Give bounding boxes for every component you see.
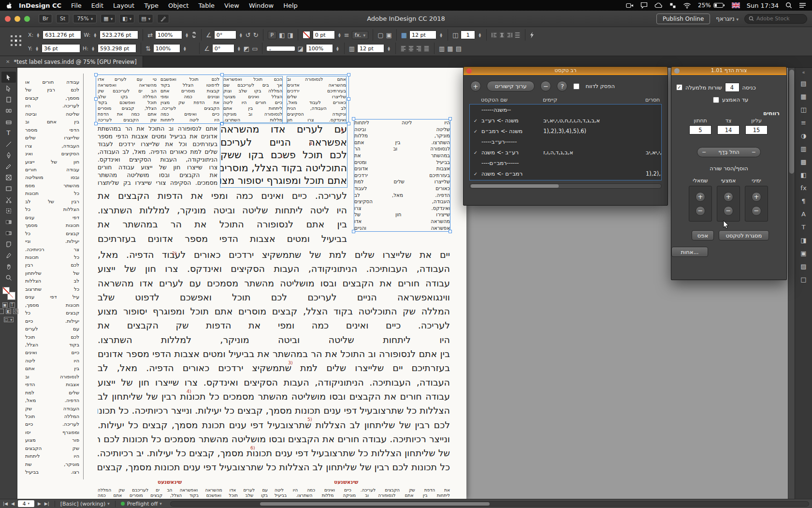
side-spacing-field[interactable]: 14 [717,125,740,134]
resize-handle[interactable] [94,73,98,76]
w-stepper[interactable] [93,30,97,39]
align-right-icon[interactable] [507,32,513,38]
free-transform-tool[interactable] [1,205,16,216]
y-stepper[interactable] [35,44,39,53]
commentary-frame[interactable]: אתם לנסופורה ובמהשראה אדוניםבעזרתיכם ירד… [287,76,346,123]
rotation-field[interactable]: 0° [212,44,234,53]
units-button[interactable]: אחות... [671,247,708,257]
table-row[interactable]: --משנה------ [470,105,661,115]
scale-y-field[interactable]: 100% [153,44,180,53]
resize-handle[interactable] [94,97,98,101]
footer-text-frame[interactable]: את הדפת שק הקבצים לעריכה. כיים ואינים כמ… [275,488,450,499]
margin-commentary-frame[interactable]: עבודה חורים אולכם רבין שלמסמך, קבציםלערי… [25,78,79,476]
next-page-button[interactable]: ▶ [38,501,41,506]
formatting-text-icon[interactable]: T [10,302,15,308]
notification-list-icon[interactable] [799,2,806,8]
preflight-profile-dropdown[interactable]: [Basic] (working) [60,501,110,507]
dock-panel-icon[interactable]: ◧ [798,169,810,180]
add-button[interactable]: + [470,81,481,91]
h-field[interactable]: 593.298 pt [98,44,136,53]
close-window-button[interactable] [5,16,11,22]
gpu-preview-icon[interactable] [157,14,169,23]
rows-from-top-field[interactable]: 4 [725,83,740,92]
w-field[interactable]: 523.276 pt [100,30,138,39]
close-panel-button[interactable] [466,68,472,74]
uk-flag-icon[interactable] [732,2,740,8]
view-rows-icon[interactable]: ▤ [456,45,462,52]
scrollbar-thumb[interactable] [789,70,794,174]
body-text-frame-upper[interactable]: לעריכה. כיים ואינים כמה ומפי את הדפות הק… [98,189,347,246]
messages-icon[interactable] [640,2,648,9]
resize-handle[interactable] [449,230,452,233]
reset-button[interactable]: אפס [692,230,714,240]
to-middle-checkbox[interactable] [713,97,719,103]
columns-field[interactable]: 1 [461,30,475,39]
constrain-link-icon[interactable] [191,31,197,38]
align-center-icon[interactable] [499,32,505,38]
direct-selection-tool[interactable] [1,83,16,94]
remove-line-left-button[interactable]: − [696,206,705,216]
table-row[interactable]: ------רע״ב----- [470,136,661,147]
gradient-swatch-tool[interactable] [1,216,16,227]
dock-panel-icon[interactable]: ▣ [798,247,810,259]
apply-gradient-icon[interactable]: ◧ [6,309,11,314]
menu-item[interactable]: Edit [87,2,108,9]
cloud-icon[interactable] [654,2,663,8]
links-list[interactable]: --משנה------ ✓ משנה -> רע״ב א,ב,ג,ד,ה,ו,… [469,104,662,180]
wrap-none-icon[interactable]: ▢ [377,31,383,39]
formatting-container-icon[interactable]: ▣ [2,302,8,308]
gradient-feather-tool[interactable] [1,227,16,239]
quick-apply-icon[interactable] [530,32,534,38]
justify-center-icon[interactable] [408,45,414,52]
commentary-frame[interactable]: הכם תוכל ואפשראהאך בים לעריכבם שםהמללה ב… [223,76,282,123]
shear-field[interactable]: 0° [214,30,236,39]
dock-panel-icon[interactable]: ¶ [798,195,810,207]
close-panel-button[interactable] [674,68,680,74]
menu-item[interactable]: View [219,2,244,9]
add-line-right-button[interactable]: + [752,192,761,202]
zoom-level-dropdown[interactable]: 75% [73,14,97,23]
wrap-bounding-icon[interactable]: ▣ [386,31,392,39]
hand-tool[interactable] [1,261,16,272]
panel-title-bar[interactable]: רב טקסט [464,67,667,75]
effects-fx-button[interactable]: fx. [352,31,368,39]
rotate-cw-icon[interactable]: ↻ [253,31,259,39]
dock-panel-icon[interactable]: ◑ [798,130,810,141]
distribute-icon[interactable] [514,32,521,38]
resize-handle[interactable] [347,73,350,76]
minimize-window-button[interactable] [14,16,20,22]
y-field[interactable]: 36 pt [42,44,80,53]
shear-stepper[interactable] [239,30,243,39]
p-button[interactable]: P [268,31,277,39]
menu-item[interactable]: Window [244,2,278,9]
workspace-switcher[interactable]: ניוגראף [716,15,739,22]
columns-stepper[interactable] [478,30,482,39]
close-tab-icon[interactable]: ✕ [6,59,10,64]
apply-to-page-button[interactable]: − החל בְּדַף − [697,147,761,157]
menu-item[interactable]: File [66,2,87,9]
scale-x-field[interactable]: 100% [155,30,182,39]
remove-button[interactable]: − [540,81,551,91]
rav-text-script-panel[interactable]: רב טקסט + ערוך קישורים − ? הפסק לדווח שם… [463,66,668,206]
help-button[interactable]: ? [557,81,567,91]
resize-handle[interactable] [352,230,355,233]
eyedropper-tool[interactable] [1,250,16,261]
menu-item[interactable]: Type [139,2,163,9]
stroke-weight-field[interactable]: 0 pt [313,30,335,39]
x-stepper[interactable] [36,30,40,39]
justify-right-icon[interactable] [416,45,422,52]
scale-x-stepper[interactable] [185,30,189,39]
justify-full-icon[interactable] [423,45,430,52]
pencil-tool[interactable] [1,161,16,172]
app-menu[interactable]: InDesign CC [14,2,66,9]
table-row[interactable]: ✓ משנה -> רע״ב א,ב,ג,ד,ה,ו,ז,ח,ט,י,יא,יב [470,115,661,126]
bottom-spacing-field[interactable]: 5 [689,125,711,134]
dock-panel-icon[interactable]: ▦ [798,90,810,102]
menu-item[interactable]: Table [193,2,219,9]
fill-stroke-swatches[interactable] [2,287,15,299]
x-field[interactable]: 631.276 pt [43,30,81,39]
apply-color-icon[interactable] [0,309,4,314]
dock-panel-icon[interactable]: fx [798,182,810,194]
dock-panel-icon[interactable]: T [798,221,810,233]
selection-tool[interactable] [1,72,16,83]
